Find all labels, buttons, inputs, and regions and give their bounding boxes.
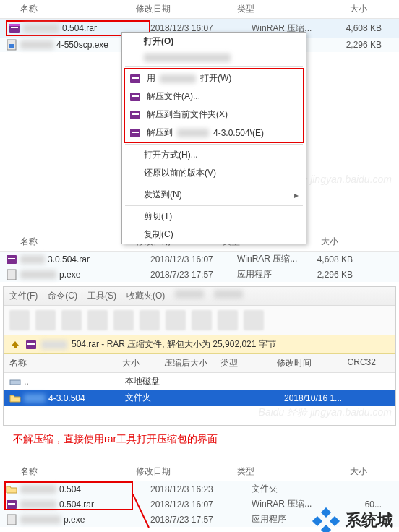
toolbar-button[interactable] — [113, 310, 134, 330]
col-type[interactable]: 类型 — [237, 3, 309, 15]
toolbar-button[interactable] — [218, 310, 238, 330]
toolbar-button[interactable] — [61, 310, 82, 330]
svg-rect-23 — [321, 507, 331, 518]
svg-rect-6 — [132, 77, 139, 79]
file-row[interactable]: 3.0.504.rar 2018/12/3 16:07 WinRAR 压缩...… — [0, 252, 399, 267]
toolbar-button[interactable] — [140, 310, 160, 330]
menu-copy[interactable]: 复制(C) — [122, 226, 306, 244]
menu-send-to[interactable]: 发送到(N)▸ — [122, 186, 306, 204]
svg-rect-18 — [10, 380, 20, 385]
svg-rect-26 — [321, 525, 331, 532]
svg-rect-21 — [7, 515, 16, 525]
svg-rect-20 — [8, 503, 15, 505]
menu-cmd[interactable]: 命令(C) — [48, 290, 77, 302]
menu-fav[interactable]: 收藏夹(O) — [126, 290, 165, 302]
menu-blurred[interactable] — [122, 51, 306, 65]
rar-icon — [129, 109, 141, 121]
file-name: 4-550scp.exe — [56, 40, 108, 50]
list-headers: 名称 大小 压缩后大小 类型 修改时间 CRC32 — [4, 354, 395, 373]
menu-extract-files[interactable]: 解压文件(A)... — [125, 87, 303, 106]
column-headers: 名称 修改日期 类型 大小 — [0, 0, 399, 19]
svg-rect-1 — [9, 24, 20, 26]
list-row-folder[interactable]: 4-3.0.504 文件夹 2018/10/16 1... — [4, 390, 395, 406]
rar-icon — [129, 91, 141, 103]
toolbar-button[interactable] — [87, 310, 108, 330]
rar-icon — [6, 254, 17, 265]
exe-icon — [6, 39, 17, 51]
toolbar — [4, 306, 395, 335]
menu-tool[interactable]: 工具(S) — [87, 290, 116, 302]
menubar: 文件(F) 命令(C) 工具(S) 收藏夹(O) — [4, 287, 395, 306]
panel-2: 名称 修改日期 类型 大小 3.0.504.rar 2018/12/3 16:0… — [0, 233, 399, 450]
col-name[interactable]: 名称 — [6, 3, 136, 15]
menu-open-with-winrar[interactable]: 用 打开(W) — [125, 69, 303, 87]
svg-rect-15 — [7, 270, 16, 280]
file-name: 0.504.rar — [62, 23, 97, 33]
pathbar[interactable]: 504.rar - RAR 压缩文件, 解包大小为 25,902,021 字节 — [4, 335, 395, 354]
menu-cut[interactable]: 剪切(T) — [122, 207, 306, 226]
svg-rect-14 — [8, 258, 15, 259]
svg-rect-24 — [312, 516, 322, 526]
svg-rect-10 — [132, 113, 139, 115]
panel-3-explorer: 名称 修改日期 类型 大小 0.504 2018/12/3 16:23 文件夹 … — [0, 463, 399, 532]
col-date[interactable]: 修改日期 — [136, 3, 237, 15]
file-row[interactable]: p.exe 2018/7/23 17:57 应用程序 2,296 KB — [0, 267, 399, 282]
list-row-updir[interactable]: .. 本地磁盘 — [4, 373, 395, 390]
up-icon[interactable] — [9, 339, 21, 351]
file-size: 2,296 KB — [324, 40, 382, 50]
rar-icon — [129, 127, 141, 139]
exe-icon — [6, 514, 17, 525]
winrar-window: 文件(F) 命令(C) 工具(S) 收藏夹(O) 504.rar - RAR 压… — [3, 286, 396, 426]
file-size: 4,608 KB — [324, 23, 382, 33]
context-menu: 打开(O) 用 打开(W) 解压文件(A)... 解压到当前文件夹(X) 解压到 — [121, 32, 306, 244]
rar-icon — [129, 73, 141, 85]
toolbar-button[interactable] — [166, 310, 186, 330]
svg-rect-4 — [9, 44, 14, 48]
menu-extract-to[interactable]: 解压到 4-3.0.504\(E) — [125, 124, 303, 142]
drive-icon — [9, 376, 21, 387]
menu-open[interactable]: 打开(O) — [122, 33, 306, 51]
col-size[interactable]: 大小 — [309, 3, 367, 15]
chevron-right-icon: ▸ — [294, 190, 299, 200]
exe-icon — [6, 269, 17, 280]
rar-icon — [6, 499, 17, 510]
svg-rect-17 — [27, 343, 35, 345]
rar-icon — [25, 339, 37, 351]
site-logo: 系统城 xitongcheng.com — [309, 507, 395, 532]
folder-icon — [9, 392, 21, 404]
logo-diamond-icon — [309, 507, 343, 532]
menu-restore-version[interactable]: 还原以前的版本(V) — [122, 164, 306, 182]
svg-line-22 — [133, 494, 149, 528]
svg-rect-2 — [11, 27, 18, 28]
arrow-annotation — [132, 494, 153, 531]
file-row[interactable]: 0.504 2018/12/3 16:23 文件夹 — [0, 481, 399, 497]
svg-rect-25 — [330, 516, 340, 526]
toolbar-button[interactable] — [35, 310, 56, 330]
toolbar-button[interactable] — [244, 310, 264, 330]
toolbar-button[interactable] — [192, 310, 212, 330]
menu-open-mode[interactable]: 打开方式(H)... — [122, 146, 306, 164]
svg-rect-12 — [132, 132, 139, 133]
panel-1-explorer: 名称 修改日期 类型 大小 0.504.rar 2018/12/3 16:07 … — [0, 0, 399, 220]
folder-icon — [6, 484, 17, 495]
column-headers: 名称 修改日期 类型 大小 — [0, 463, 399, 481]
menu-file[interactable]: 文件(F) — [9, 290, 38, 302]
svg-rect-8 — [132, 95, 139, 97]
rar-icon — [9, 22, 20, 34]
toolbar-button[interactable] — [9, 310, 30, 330]
menu-extract-here[interactable]: 解压到当前文件夹(X) — [125, 106, 303, 124]
caption-text: 不解压缩，直接使用rar工具打开压缩包的界面 — [0, 426, 399, 453]
